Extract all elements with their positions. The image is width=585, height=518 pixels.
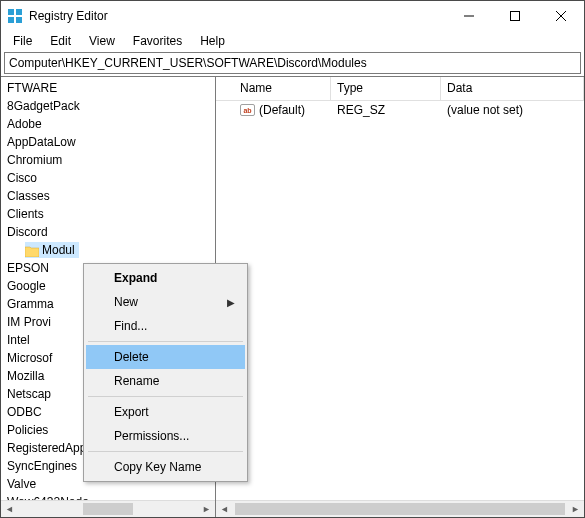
context-menu-new[interactable]: New▶: [86, 290, 245, 314]
list-horizontal-scrollbar[interactable]: ◄ ►: [216, 500, 584, 517]
list-body[interactable]: ab (Default) REG_SZ (value not set): [216, 101, 584, 500]
context-menu-label: Find...: [114, 319, 147, 333]
context-menu-permissions[interactable]: Permissions...: [86, 424, 245, 448]
value-name: (Default): [259, 103, 305, 117]
context-menu-find[interactable]: Find...: [86, 314, 245, 338]
column-type[interactable]: Type: [331, 77, 441, 100]
titlebar: Registry Editor: [1, 1, 584, 31]
context-menu-delete[interactable]: Delete: [86, 345, 245, 369]
string-value-icon: ab: [240, 104, 255, 116]
value-data: (value not set): [441, 103, 584, 117]
address-bar[interactable]: Computer\HKEY_CURRENT_USER\SOFTWARE\Disc…: [4, 52, 581, 74]
tree-item-ftware[interactable]: FTWARE: [1, 79, 215, 97]
tree-item-adobe[interactable]: Adobe: [1, 115, 215, 133]
tree-item-label: Modul: [42, 242, 75, 258]
scroll-left-arrow[interactable]: ◄: [1, 501, 18, 517]
menu-help[interactable]: Help: [192, 32, 233, 50]
context-menu-separator: [88, 396, 243, 397]
submenu-arrow-icon: ▶: [227, 297, 235, 308]
list-scroll-thumb[interactable]: [235, 503, 565, 515]
context-menu: ExpandNew▶Find...DeleteRenameExportPermi…: [83, 263, 248, 482]
svg-rect-0: [8, 9, 14, 15]
list-scroll-left-arrow[interactable]: ◄: [216, 501, 233, 517]
tree-horizontal-scrollbar[interactable]: ◄ ►: [1, 500, 215, 517]
svg-rect-1: [16, 9, 22, 15]
column-data[interactable]: Data: [441, 77, 584, 100]
svg-rect-5: [511, 12, 520, 21]
tree-item-appdatalow[interactable]: AppDataLow: [1, 133, 215, 151]
list-header: Name Type Data: [216, 77, 584, 101]
folder-icon: [25, 245, 39, 256]
scroll-thumb[interactable]: [83, 503, 133, 515]
context-menu-label: Rename: [114, 374, 159, 388]
tree-item-8gadgetpack[interactable]: 8GadgetPack: [1, 97, 215, 115]
value-list-pane: Name Type Data ab (Default) REG_SZ (valu…: [216, 77, 584, 517]
list-row[interactable]: ab (Default) REG_SZ (value not set): [216, 101, 584, 119]
context-menu-copykeyname[interactable]: Copy Key Name: [86, 455, 245, 479]
close-button[interactable]: [538, 1, 584, 31]
tree-item-cisco[interactable]: Cisco: [1, 169, 215, 187]
tree-item-clients[interactable]: Clients: [1, 205, 215, 223]
value-type: REG_SZ: [331, 103, 441, 117]
tree-item-modul[interactable]: Modul: [1, 241, 215, 259]
context-menu-label: New: [114, 295, 138, 309]
maximize-button[interactable]: [492, 1, 538, 31]
menu-view[interactable]: View: [81, 32, 123, 50]
context-menu-expand[interactable]: Expand: [86, 266, 245, 290]
address-path: Computer\HKEY_CURRENT_USER\SOFTWARE\Disc…: [9, 56, 367, 70]
tree-item-classes[interactable]: Classes: [1, 187, 215, 205]
context-menu-export[interactable]: Export: [86, 400, 245, 424]
menu-favorites[interactable]: Favorites: [125, 32, 190, 50]
context-menu-separator: [88, 341, 243, 342]
context-menu-label: Export: [114, 405, 149, 419]
list-scroll-right-arrow[interactable]: ►: [567, 501, 584, 517]
window-controls: [446, 1, 584, 31]
column-name[interactable]: Name: [216, 77, 331, 100]
minimize-button[interactable]: [446, 1, 492, 31]
scroll-track-left[interactable]: [18, 501, 83, 517]
tree-item-discord[interactable]: Discord: [1, 223, 215, 241]
context-menu-label: Permissions...: [114, 429, 189, 443]
tree-item-chromium[interactable]: Chromium: [1, 151, 215, 169]
context-menu-separator: [88, 451, 243, 452]
tree-item-wow6432node[interactable]: Wow6432Node: [1, 493, 215, 500]
context-menu-label: Copy Key Name: [114, 460, 201, 474]
app-icon: [7, 8, 23, 24]
context-menu-label: Delete: [114, 350, 149, 364]
context-menu-rename[interactable]: Rename: [86, 369, 245, 393]
scroll-right-arrow[interactable]: ►: [198, 501, 215, 517]
menu-edit[interactable]: Edit: [42, 32, 79, 50]
scroll-track-right[interactable]: [133, 501, 198, 517]
context-menu-label: Expand: [114, 271, 157, 285]
window-title: Registry Editor: [29, 9, 446, 23]
svg-rect-2: [8, 17, 14, 23]
svg-rect-3: [16, 17, 22, 23]
menubar: File Edit View Favorites Help: [1, 31, 584, 51]
menu-file[interactable]: File: [5, 32, 40, 50]
